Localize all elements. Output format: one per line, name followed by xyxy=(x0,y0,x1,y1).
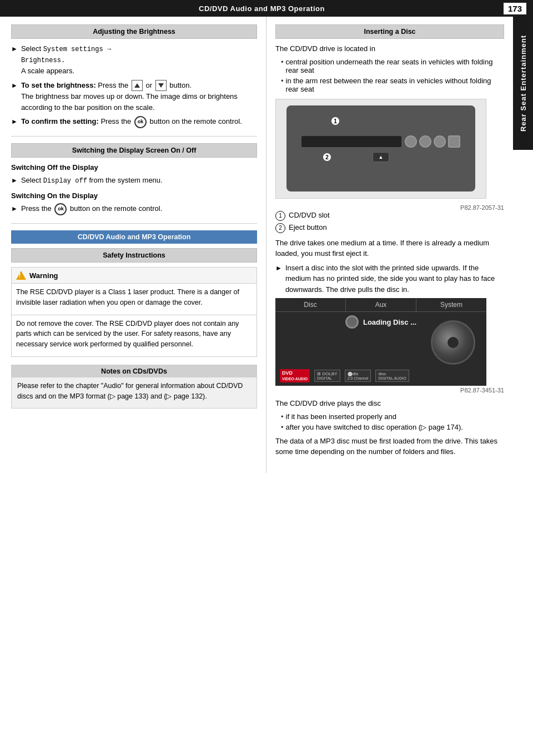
device-buttons-group xyxy=(405,135,460,148)
device-bottom-row: ▲ xyxy=(373,152,389,162)
callout-num-2: 2 xyxy=(275,223,285,233)
brightness-step1-text: Select System settings →Brightness. A sc… xyxy=(21,43,257,77)
arrow-icon-4: ► xyxy=(11,175,18,186)
device-btn-1 xyxy=(405,135,417,148)
dolby-text: ⊞ DOLBY xyxy=(317,371,337,376)
brightness-step2: ► To set the brightness: Press the or bu… xyxy=(11,80,257,113)
plays-bullet-dot-1: • xyxy=(281,412,284,421)
switching-display-header: Switching the Display Screen On / Off xyxy=(11,143,257,158)
callout-1-circle: 1 xyxy=(331,117,340,125)
arrow-icon-1: ► xyxy=(11,44,18,77)
callout-2: 2 Eject button xyxy=(275,223,504,233)
brightness-step3: ► To confirm the setting: Press the ok b… xyxy=(11,116,257,128)
dolby-logo: ⊞ DOLBY DIGITAL xyxy=(314,370,340,382)
dvd-logo: DVD VIDEO·AUDIO xyxy=(280,369,310,382)
notes-cds-section: Notes on CDs/DVDs Please refer to the ch… xyxy=(11,365,257,409)
display-off-code: Display off xyxy=(43,177,87,185)
page-number: 173 xyxy=(504,3,526,14)
header-bar: CD/DVD Audio and MP3 Operation 173 xyxy=(0,0,533,17)
adjusting-brightness-section: Adjusting the Brightness ► Select System… xyxy=(11,24,257,128)
switching-off-text: Select Display off from the system menu. xyxy=(21,175,257,186)
callout-2-circle: 2 xyxy=(323,153,331,162)
device-btn-2 xyxy=(419,135,431,148)
player-tab-disc: Disc xyxy=(275,298,346,311)
dolby-sub: DIGITAL xyxy=(317,376,337,380)
divider-1 xyxy=(11,136,257,137)
switching-on-text: Press the ok button on the remote contro… xyxy=(21,203,257,215)
arrow-icon-5: ► xyxy=(11,204,18,215)
callout-num-1: 1 xyxy=(275,211,285,221)
device-top-row xyxy=(301,135,460,148)
ok-btn-1: ok xyxy=(134,116,147,128)
disc-bullet-2: • in the arm rest between the rear seats… xyxy=(275,77,504,93)
brightness-step3-text: To confirm the setting: Press the ok but… xyxy=(21,116,257,128)
up-triangle-btn xyxy=(132,80,143,91)
player-screen-image: Disc Aux System Loading Disc ... DVD VID… xyxy=(275,298,486,386)
drive-para: The drive takes one medium at a time. If… xyxy=(275,238,504,259)
warning-para-2: Do not remove the cover. The RSE CD/DVD … xyxy=(16,319,252,350)
plays-bullet-2-text: after you have switched to disc operatio… xyxy=(286,423,463,431)
player-tab-aux: Aux xyxy=(346,298,416,311)
switching-off-heading: Switching Off the Display xyxy=(11,163,257,172)
safety-instructions-section: Safety Instructions Warning The RSE CD/D… xyxy=(11,248,257,357)
disc-inner-hole xyxy=(447,337,459,348)
arrow-icon-3: ► xyxy=(11,117,18,128)
device-img-caption: P82.87-2057-31 xyxy=(275,204,504,211)
player-logos: DVD VIDEO·AUDIO ⊞ DOLBY DIGITAL ⬤dts 2.0… xyxy=(280,369,409,382)
content-area: Adjusting the Brightness ► Select System… xyxy=(0,17,513,473)
player-tab-system: System xyxy=(416,298,486,311)
warning-header: Warning xyxy=(12,268,257,284)
insert-disc-text: Insert a disc into the slot with the pri… xyxy=(285,263,504,295)
plays-bullet-dot-2: • xyxy=(281,423,284,431)
dts-sub: 2.0 Channel xyxy=(348,376,369,380)
notes-cds-box: Notes on CDs/DVDs Please refer to the ch… xyxy=(11,365,257,409)
dvd-logo-text: DVD xyxy=(282,370,293,376)
plays-bullet-1: • if it has been inserted properly and xyxy=(275,412,504,421)
player-tabs: Disc Aux System xyxy=(275,298,486,312)
arrow-icon-2: ► xyxy=(11,80,18,113)
callout-2-text: Eject button xyxy=(289,223,327,231)
brightness-step2-label: To set the brightness: xyxy=(21,81,96,89)
notes-cds-text: Please refer to the chapter "Audio" for … xyxy=(17,381,251,402)
divider-2 xyxy=(11,223,257,224)
disc-bullet-1: • central position underneath the rear s… xyxy=(275,58,504,74)
disc-text: disc xyxy=(378,371,406,376)
dvd-logo-sub: VIDEO·AUDIO xyxy=(282,377,308,381)
side-tab: Rear Seat Entertainment xyxy=(513,17,533,150)
disc-bullet-1-text: central position underneath the rear sea… xyxy=(286,58,504,74)
brightness-code: System settings →Brightness. xyxy=(21,46,111,64)
switching-on-step: ► Press the ok button on the remote cont… xyxy=(11,203,257,215)
bullet-dot-2: • xyxy=(281,77,284,93)
dts-logo: ⬤dts 2.0 Channel xyxy=(345,370,371,382)
device-body: ▲ 1 2 xyxy=(286,105,475,191)
plays-disc-intro: The CD/DVD drive plays the disc xyxy=(275,398,504,409)
triangle-shape xyxy=(16,271,26,280)
side-tab-label: Rear Seat Entertainment xyxy=(519,35,527,132)
inserting-disc-header: Inserting a Disc xyxy=(275,24,504,39)
switching-off-step: ► Select Display off from the system men… xyxy=(11,175,257,186)
plays-bullet-2: • after you have switched to disc operat… xyxy=(275,423,504,431)
notes-cds-content: Please refer to the chapter "Audio" for … xyxy=(12,377,257,409)
warning-content-2: Do not remove the cover. The RSE CD/DVD … xyxy=(12,315,257,356)
player-disc-art xyxy=(431,320,475,365)
triangle-down-icon xyxy=(158,83,164,88)
arrow-icon-6: ► xyxy=(275,263,282,295)
eject-button-visual: ▲ xyxy=(373,152,389,162)
warning-title: Warning xyxy=(29,271,58,280)
player-disc-icon xyxy=(345,315,359,329)
triangle-up-icon xyxy=(134,83,140,88)
brightness-scale-text: A scale appears. xyxy=(21,67,74,75)
cd-dvd-operation-header: CD/DVD Audio and MP3 Operation xyxy=(11,230,257,244)
warning-content-1: The RSE CD/DVD player is a Class 1 laser… xyxy=(12,284,257,315)
switching-on-heading: Switching On the Display xyxy=(11,191,257,200)
warning-box: Warning The RSE CD/DVD player is a Class… xyxy=(11,267,257,357)
right-column: Inserting a Disc The CD/DVD drive is loc… xyxy=(266,17,513,473)
insert-disc-step: ► Insert a disc into the slot with the p… xyxy=(275,263,504,295)
header-title: CD/DVD Audio and MP3 Operation xyxy=(20,4,504,13)
disc-bullet-2-text: in the arm rest between the rear seats i… xyxy=(286,77,504,93)
notes-cds-header: Notes on CDs/DVDs xyxy=(12,365,257,377)
brightness-step2-text: To set the brightness: Press the or butt… xyxy=(21,80,257,113)
device-btn-rect xyxy=(448,135,460,148)
warning-para-1: The RSE CD/DVD player is a Class 1 laser… xyxy=(16,287,252,308)
callout-1: 1 CD/DVD slot xyxy=(275,211,504,221)
